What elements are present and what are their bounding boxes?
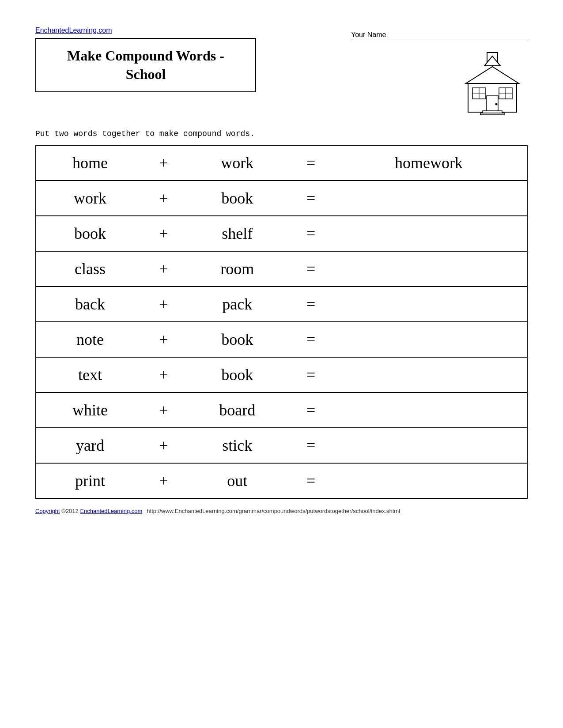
word1-cell: book (36, 216, 144, 251)
word2-cell: book (183, 181, 291, 216)
word2-cell: work (183, 145, 291, 181)
title-text: Make Compound Words - School (49, 47, 242, 83)
plus-cell: + (144, 181, 183, 216)
plus-cell: + (144, 216, 183, 251)
word1-cell: home (36, 145, 144, 181)
svg-rect-15 (480, 113, 504, 115)
word1-cell: back (36, 287, 144, 322)
equals-cell: = (291, 357, 331, 392)
answer-cell (331, 428, 527, 463)
footer-copyright: Copyright ©2012 EnchantedLearning.com (35, 508, 142, 514)
word2-cell: book (183, 322, 291, 357)
table-row: white+board= (36, 392, 527, 428)
equals-cell: = (291, 181, 331, 216)
footer: Copyright ©2012 EnchantedLearning.com ht… (35, 508, 528, 514)
word2-cell: shelf (183, 216, 291, 251)
schoolhouse-illustration (457, 48, 528, 121)
table-row: text+book= (36, 357, 527, 392)
plus-cell: + (144, 322, 183, 357)
answer-cell: homework (331, 145, 527, 181)
table-row: print+out= (36, 463, 527, 498)
top-section: EnchantedLearning.com Make Compound Word… (35, 26, 528, 121)
svg-marker-4 (466, 67, 519, 83)
answer-cell (331, 216, 527, 251)
answer-cell (331, 181, 527, 216)
word2-cell: book (183, 357, 291, 392)
svg-point-7 (495, 103, 498, 106)
plus-cell: + (144, 251, 183, 287)
answer-cell (331, 357, 527, 392)
word2-cell: pack (183, 287, 291, 322)
answer-cell (331, 322, 527, 357)
plus-cell: + (144, 287, 183, 322)
table-row: work+book= (36, 181, 527, 216)
word1-cell: print (36, 463, 144, 498)
word1-cell: note (36, 322, 144, 357)
your-name-label: Your Name (351, 31, 528, 39)
answer-cell (331, 392, 527, 428)
word1-cell: text (36, 357, 144, 392)
answer-cell (331, 251, 527, 287)
title-line2: School (126, 66, 166, 82)
title-line1: Make Compound Words - (67, 48, 224, 64)
instruction-text: Put two words together to make compound … (35, 129, 528, 138)
equals-cell: = (291, 251, 331, 287)
enchanted-learning-link[interactable]: EnchantedLearning.com (35, 26, 112, 34)
answer-cell (331, 463, 527, 498)
equals-cell: = (291, 463, 331, 498)
plus-cell: + (144, 357, 183, 392)
table-row: back+pack= (36, 287, 527, 322)
table-row: class+room= (36, 251, 527, 287)
plus-cell: + (144, 463, 183, 498)
footer-enchanted-link[interactable]: EnchantedLearning.com (80, 508, 142, 514)
footer-copyright-link[interactable]: Copyright (35, 508, 60, 514)
plus-cell: + (144, 392, 183, 428)
right-header: Your Name (351, 26, 528, 121)
word1-cell: yard (36, 428, 144, 463)
word1-cell: class (36, 251, 144, 287)
plus-cell: + (144, 145, 183, 181)
word2-cell: out (183, 463, 291, 498)
equals-cell: = (291, 392, 331, 428)
title-box: Make Compound Words - School (35, 38, 256, 92)
word1-cell: work (36, 181, 144, 216)
page: EnchantedLearning.com Make Compound Word… (0, 0, 563, 728)
word2-cell: stick (183, 428, 291, 463)
plus-cell: + (144, 428, 183, 463)
footer-url: http://www.EnchantedLearning.com/grammar… (147, 508, 400, 514)
left-header: EnchantedLearning.com Make Compound Word… (35, 26, 256, 92)
equals-cell: = (291, 216, 331, 251)
word2-cell: board (183, 392, 291, 428)
equals-cell: = (291, 322, 331, 357)
table-row: book+shelf= (36, 216, 527, 251)
answer-cell (331, 287, 527, 322)
word2-cell: room (183, 251, 291, 287)
table-row: yard+stick= (36, 428, 527, 463)
compound-words-table: home+work=homeworkwork+book=book+shelf=c… (35, 145, 528, 499)
name-line (439, 31, 528, 39)
word1-cell: white (36, 392, 144, 428)
equals-cell: = (291, 287, 331, 322)
equals-cell: = (291, 428, 331, 463)
table-row: note+book= (36, 322, 527, 357)
equals-cell: = (291, 145, 331, 181)
table-row: home+work=homework (36, 145, 527, 181)
